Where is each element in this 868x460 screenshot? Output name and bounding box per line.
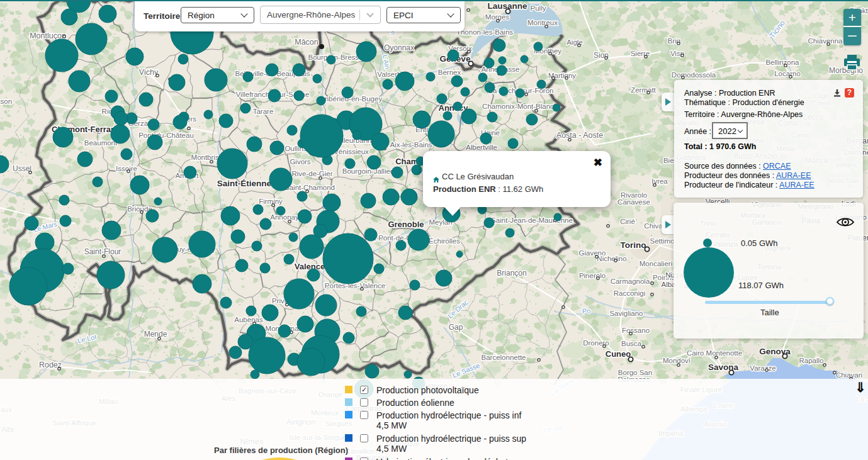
svg-text:Mâcon: Mâcon — [295, 38, 318, 47]
svg-text:sson: sson — [0, 98, 12, 105]
svg-text:Saint-Étienne: Saint-Étienne — [217, 179, 272, 188]
svg-text:Thonon-les-Bains: Thonon-les-Bains — [456, 28, 513, 36]
svg-text:Aosta - Aoste: Aosta - Aoste — [556, 131, 603, 140]
svg-text:Torino: Torino — [621, 240, 646, 250]
svg-text:Albertville: Albertville — [466, 143, 497, 151]
svg-text:Busca: Busca — [621, 340, 642, 347]
svg-text:Mondovì: Mondovì — [663, 357, 690, 364]
svg-text:Pully: Pully — [531, 4, 546, 12]
svg-text:Montreux: Montreux — [527, 19, 558, 26]
svg-text:Barcelonnette: Barcelonnette — [482, 354, 526, 361]
svg-text:Grenoble: Grenoble — [388, 220, 424, 229]
svg-text:Oyonnax: Oyonnax — [384, 43, 414, 52]
svg-text:Échirolles: Échirolles — [429, 237, 460, 245]
svg-text:Pinerolo: Pinerolo — [579, 272, 606, 279]
svg-text:Cairo Montenotte: Cairo Montenotte — [687, 349, 742, 357]
svg-text:Saint-Chamond: Saint-Chamond — [285, 184, 335, 191]
svg-text:Settimo: Settimo — [650, 237, 675, 245]
svg-text:Moncalieri: Moncalieri — [640, 260, 672, 267]
svg-text:Aix-les-Bains: Aix-les-Bains — [390, 141, 432, 149]
svg-text:Annonay: Annonay — [270, 213, 299, 221]
svg-text:Briançon: Briançon — [497, 269, 526, 278]
svg-text:Domodossola: Domodossola — [672, 71, 716, 79]
svg-text:Savigliano: Savigliano — [609, 310, 643, 317]
svg-text:Issoire: Issoire — [116, 165, 137, 172]
svg-text:Zermatt: Zermatt — [631, 86, 656, 94]
svg-text:Aubenas: Aubenas — [234, 316, 263, 323]
svg-text:Chiavenna: Chiavenna — [808, 37, 843, 45]
svg-text:Racconigi: Racconigi — [614, 289, 646, 297]
svg-text:Varazze: Varazze — [750, 364, 775, 372]
svg-text:Locarno: Locarno — [774, 70, 801, 77]
svg-text:Saint-Flour: Saint-Flour — [84, 247, 121, 256]
svg-text:Tarare: Tarare — [253, 108, 274, 115]
svg-text:Vénissieux: Vénissieux — [334, 148, 369, 155]
svg-text:Cirié: Cirié — [620, 218, 635, 225]
svg-text:Carmagnola: Carmagnola — [611, 278, 650, 285]
svg-text:Fossano: Fossano — [622, 327, 650, 334]
svg-text:Canavese: Canavese — [617, 198, 650, 206]
svg-text:Givors: Givors — [290, 158, 310, 165]
svg-text:Gap: Gap — [449, 323, 463, 332]
svg-text:Nichelino: Nichelino — [597, 255, 626, 262]
svg-text:Mende: Mende — [144, 330, 167, 339]
svg-text:Firminy: Firminy — [259, 198, 283, 205]
svg-text:Rapallo: Rapallo — [799, 357, 824, 364]
svg-text:Bernex: Bernex — [438, 69, 461, 76]
svg-text:Rive-de-Gier: Rive-de-Gier — [291, 170, 332, 177]
svg-text:Chamonix-Mont-Blanc: Chamonix-Mont-Blanc — [482, 103, 554, 110]
svg-text:Bellinzona: Bellinzona — [765, 59, 799, 66]
svg-text:Cuneo: Cuneo — [606, 349, 631, 359]
svg-text:Chiavari: Chiavari — [836, 371, 862, 379]
svg-text:Savona: Savona — [708, 362, 739, 372]
svg-text:Po: Po — [582, 306, 590, 315]
svg-text:Pont-du-Château: Pont-du-Château — [138, 132, 194, 139]
